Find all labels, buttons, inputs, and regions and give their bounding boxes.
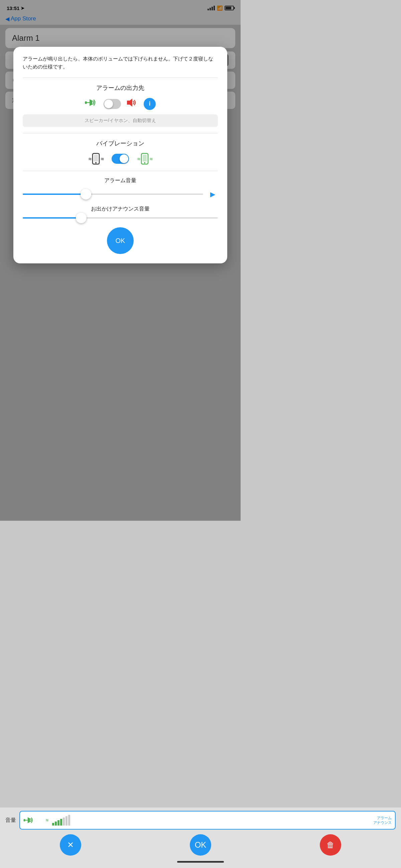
announce-volume-slider-row [23, 217, 218, 219]
svg-rect-8 [143, 155, 147, 161]
vibration-on-icon: ≋ ≋ [137, 153, 152, 165]
alarm-volume-section: アラーム音量 ▶ [23, 177, 218, 199]
svg-rect-0 [85, 101, 87, 104]
headphone-speaker-icon [85, 97, 98, 110]
divider-2 [23, 133, 218, 133]
svg-point-6 [95, 162, 97, 163]
dialog-ok-button[interactable]: OK [107, 227, 134, 254]
divider-1 [23, 78, 218, 78]
alarm-volume-slider-row: ▶ [23, 189, 218, 199]
divider-3 [23, 171, 218, 171]
alarm-volume-title: アラーム音量 [23, 177, 218, 184]
output-auto-label: スピーカー/イヤホン、自動切替え [23, 114, 218, 127]
alarm-play-button[interactable]: ▶ [207, 189, 218, 199]
settings-dialog: アラームが鳴り出したら、本体のボリュームでは下げられません。下げて２度寝しないた… [13, 47, 227, 264]
output-controls-row: i [23, 97, 218, 110]
svg-rect-5 [94, 155, 98, 161]
announce-volume-title: お出かけアナウンス音量 [23, 206, 218, 213]
svg-marker-3 [127, 99, 132, 106]
vibration-toggle[interactable] [112, 154, 129, 164]
vibration-section-title: バイブレーション [23, 140, 218, 147]
dialog-message: アラームが鳴り出したら、本体のボリュームでは下げられません。下げて２度寝しないた… [23, 55, 218, 71]
vibration-off-icon: ≋ ≋ [88, 153, 103, 165]
svg-marker-2 [90, 99, 92, 106]
vibration-controls-row: ≋ ≋ ≋ ≋ [23, 153, 218, 165]
announce-volume-section: お出かけアナウンス音量 [23, 206, 218, 219]
info-button[interactable]: i [144, 98, 156, 110]
svg-point-9 [144, 162, 145, 163]
speaker-icon [126, 97, 138, 110]
output-toggle[interactable] [103, 99, 121, 109]
output-section-title: アラームの出力先 [23, 84, 218, 92]
announce-volume-slider[interactable] [23, 217, 218, 219]
alarm-volume-slider[interactable] [23, 193, 203, 195]
